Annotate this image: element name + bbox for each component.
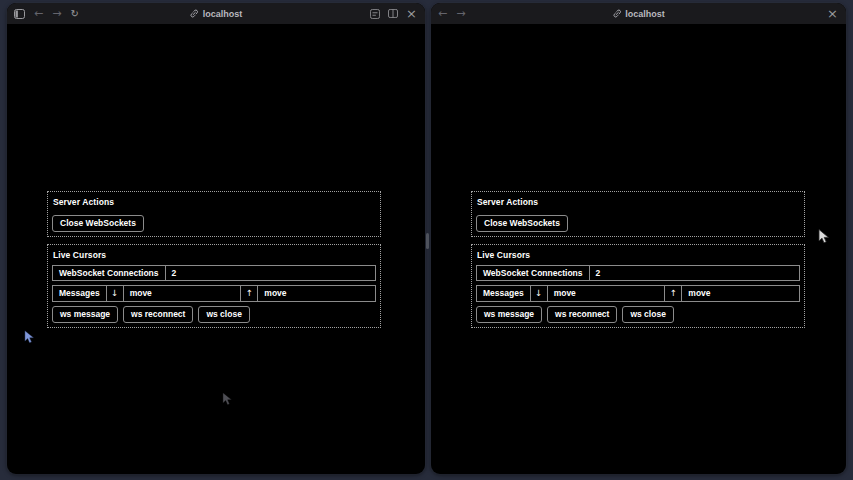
connections-label: WebSocket Connections <box>476 265 590 282</box>
sidebar-toggle-icon[interactable] <box>14 9 25 19</box>
ws-reconnect-button[interactable]: ws reconnect <box>123 306 193 323</box>
connections-row: WebSocket Connections 2 <box>52 265 376 282</box>
ws-message-button[interactable]: ws message <box>52 306 118 323</box>
ws-close-button[interactable]: ws close <box>198 306 249 323</box>
server-actions-title: Server Actions <box>475 195 801 212</box>
connections-row: WebSocket Connections 2 <box>476 265 800 282</box>
server-actions-title: Server Actions <box>51 195 377 212</box>
close-websockets-button[interactable]: Close WebSockets <box>52 215 144 232</box>
titlebar-right: ← → localhost × <box>431 3 846 24</box>
close-icon[interactable]: × <box>406 7 417 20</box>
browser-window-right: ← → localhost × Server Actions Close Web… <box>431 3 846 474</box>
server-actions-panel: Server Actions Close WebSockets <box>47 191 381 237</box>
window-divider-handle[interactable] <box>426 233 429 249</box>
live-cursors-title: Live Cursors <box>51 248 377 265</box>
ws-buttons-row: ws message ws reconnect ws close <box>476 306 800 323</box>
connections-value: 2 <box>166 265 377 282</box>
incoming-message-value: move <box>548 285 666 302</box>
messages-row: Messages ↓ move ↑ move <box>476 285 800 302</box>
close-websockets-button[interactable]: Close WebSockets <box>476 215 568 232</box>
incoming-arrow-icon: ↓ <box>531 285 548 302</box>
messages-label: Messages <box>476 285 531 302</box>
titlebar-left: ← → ↻ localhost × <box>7 3 425 24</box>
reader-mode-icon[interactable] <box>370 9 380 19</box>
ws-message-button[interactable]: ws message <box>476 306 542 323</box>
outgoing-arrow-icon: ↑ <box>241 285 258 302</box>
close-icon[interactable]: × <box>827 7 838 20</box>
forward-icon[interactable]: → <box>456 8 465 19</box>
server-actions-panel: Server Actions Close WebSockets <box>471 191 805 237</box>
back-icon[interactable]: ← <box>34 8 43 19</box>
ws-buttons-row: ws message ws reconnect ws close <box>52 306 376 323</box>
incoming-arrow-icon: ↓ <box>107 285 124 302</box>
address-bar[interactable]: localhost <box>612 9 665 19</box>
messages-label: Messages <box>52 285 107 302</box>
incoming-message-value: move <box>124 285 242 302</box>
url-text: localhost <box>203 9 243 19</box>
outgoing-message-value: move <box>682 285 800 302</box>
ws-close-button[interactable]: ws close <box>622 306 673 323</box>
live-cursors-title: Live Cursors <box>475 248 801 265</box>
outgoing-message-value: move <box>258 285 376 302</box>
live-cursors-panel: Live Cursors WebSocket Connections 2 Mes… <box>471 244 805 328</box>
page-content: Server Actions Close WebSockets Live Cur… <box>471 191 805 335</box>
link-icon <box>190 9 199 18</box>
reload-icon[interactable]: ↻ <box>70 9 78 19</box>
messages-row: Messages ↓ move ↑ move <box>52 285 376 302</box>
connections-value: 2 <box>590 265 801 282</box>
outgoing-arrow-icon: ↑ <box>665 285 682 302</box>
split-view-icon[interactable] <box>388 9 398 18</box>
address-bar[interactable]: localhost <box>190 9 243 19</box>
link-icon <box>612 9 621 18</box>
connections-label: WebSocket Connections <box>52 265 166 282</box>
page-content: Server Actions Close WebSockets Live Cur… <box>47 191 381 335</box>
ws-reconnect-button[interactable]: ws reconnect <box>547 306 617 323</box>
back-icon[interactable]: ← <box>438 8 447 19</box>
url-text: localhost <box>625 9 665 19</box>
browser-window-left: ← → ↻ localhost × Serv <box>7 3 425 474</box>
forward-icon[interactable]: → <box>52 8 61 19</box>
live-cursors-panel: Live Cursors WebSocket Connections 2 Mes… <box>47 244 381 328</box>
